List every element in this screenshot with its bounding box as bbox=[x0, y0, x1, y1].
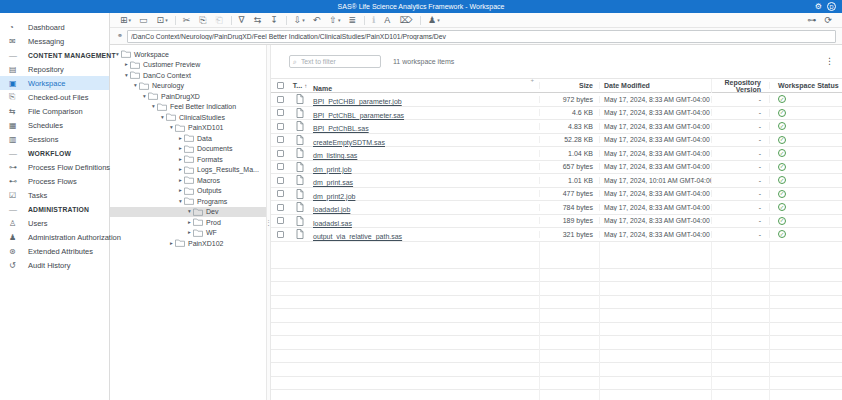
tree-expand-arrow-icon[interactable]: ▾ bbox=[132, 83, 139, 89]
row-checkbox[interactable] bbox=[277, 109, 284, 116]
tree-item-programs[interactable]: ▾ Programs bbox=[110, 196, 266, 207]
tree-item-clinicalstudies[interactable]: ▾ ClinicalStudies bbox=[110, 112, 266, 123]
filter-button[interactable]: ∇ bbox=[236, 15, 249, 26]
tree-expand-arrow-icon[interactable]: ▸ bbox=[168, 241, 175, 247]
tree-item-dev[interactable]: ▾ Dev bbox=[110, 207, 266, 218]
row-checkbox[interactable] bbox=[277, 204, 284, 211]
tree-expand-arrow-icon[interactable]: ▾ bbox=[141, 94, 148, 100]
column-type[interactable]: T...↑ bbox=[289, 82, 311, 89]
settings-gear-icon[interactable]: ⚙ bbox=[815, 3, 822, 11]
user-avatar[interactable]: D bbox=[827, 2, 836, 11]
row-checkbox[interactable] bbox=[277, 136, 284, 143]
row-checkbox[interactable] bbox=[277, 217, 284, 224]
tree-expand-arrow-icon[interactable]: ▸ bbox=[123, 62, 130, 68]
checkout-menu-button[interactable]: ⇩▾ bbox=[291, 15, 308, 26]
tree-expand-arrow-icon[interactable]: ▾ bbox=[123, 73, 130, 79]
tree-expand-arrow-icon[interactable]: ▾ bbox=[150, 104, 157, 110]
status-check-icon: ✓ bbox=[778, 230, 786, 238]
path-input[interactable] bbox=[127, 30, 836, 43]
tree-item-formats[interactable]: ▸ Formats bbox=[110, 154, 266, 165]
column-date-modified[interactable]: Date Modified bbox=[599, 82, 711, 89]
tree-item-feel-better-indication[interactable]: ▾ Feel Better Indication bbox=[110, 102, 266, 113]
tree-item-outputs[interactable]: ▸ Outputs bbox=[110, 186, 266, 197]
new-folder-button[interactable]: ▭ bbox=[136, 15, 152, 26]
version-history-button[interactable]: ≣ bbox=[345, 15, 360, 26]
tree-expand-arrow-icon[interactable]: ▸ bbox=[177, 146, 184, 152]
row-checkbox[interactable] bbox=[277, 163, 284, 170]
new-item-menu-button[interactable]: ⊞▾ bbox=[117, 15, 134, 26]
refresh-view-button[interactable]: ⟳ bbox=[821, 15, 835, 26]
tree-item-paindrugxd[interactable]: ▾ PainDrugXD bbox=[110, 91, 266, 102]
tree-item-prod[interactable]: ▸ Prod bbox=[110, 217, 266, 228]
sidebar-item-tasks[interactable]: ☑ Tasks bbox=[0, 188, 109, 202]
tree-expand-arrow-icon[interactable]: ▸ bbox=[177, 188, 184, 194]
tree-expand-arrow-icon[interactable]: ▾ bbox=[159, 115, 166, 121]
undo-checkout-button[interactable]: ↶ bbox=[310, 15, 325, 26]
sidebar-item-users[interactable]: ♙ Users bbox=[0, 216, 109, 230]
tree-expand-arrow-icon[interactable]: ▸ bbox=[186, 220, 193, 226]
select-all-checkbox[interactable] bbox=[277, 82, 284, 89]
folder-icon bbox=[148, 92, 158, 100]
column-size[interactable]: Size bbox=[539, 82, 599, 89]
tree-expand-arrow-icon[interactable]: ▾ bbox=[177, 199, 184, 205]
copy-button[interactable]: ⎘ bbox=[196, 15, 210, 26]
row-checkbox[interactable] bbox=[277, 123, 284, 130]
delete-button[interactable]: ⌦ bbox=[396, 15, 416, 26]
sidebar-item-workspace[interactable]: ▣ Workspace bbox=[0, 76, 109, 90]
new-view-menu-button[interactable]: ⊡▾ bbox=[154, 15, 171, 26]
tree-expand-arrow-icon[interactable]: ▸ bbox=[177, 136, 184, 142]
output_via_relative_path.sas[interactable]: output_via_relative_path.sas 321 bytes M… bbox=[271, 228, 842, 242]
rename-button[interactable]: A bbox=[381, 15, 394, 26]
tree-item-documents[interactable]: ▸ Documents bbox=[110, 144, 266, 155]
tree-expand-arrow-icon[interactable]: ▾ bbox=[168, 125, 175, 131]
checkin-menu-button[interactable]: ⇧▾ bbox=[326, 15, 343, 26]
tree-expand-arrow-icon[interactable]: ▸ bbox=[177, 167, 184, 173]
column-repository-version[interactable]: Repository Version bbox=[711, 79, 769, 93]
sidebar-item-icon: — bbox=[9, 205, 28, 214]
tree-expand-arrow-icon[interactable]: ▸ bbox=[186, 230, 193, 236]
tree-item-macros[interactable]: ▸ Macros bbox=[110, 175, 266, 186]
linked-view-button[interactable]: ⊶ bbox=[804, 15, 819, 26]
sidebar-item-checked-out-files[interactable]: ⎘ Checked-out Files bbox=[0, 90, 109, 104]
sidebar-item-extended-attributes[interactable]: ⊛ Extended Attributes bbox=[0, 244, 109, 258]
tree-expand-arrow-icon[interactable]: ▸ bbox=[177, 178, 184, 184]
tree-item-neurology[interactable]: ▾ Neurology bbox=[110, 81, 266, 92]
sidebar-item-file-comparison[interactable]: ⇆ File Comparison bbox=[0, 104, 109, 118]
tree-item-painxd101[interactable]: ▾ PainXD101 bbox=[110, 123, 266, 134]
sidebar-item-messaging[interactable]: ✉ Messaging bbox=[0, 34, 109, 48]
sidebar-item-dashboard[interactable]: ◔ Dashboard bbox=[0, 20, 109, 34]
tree-item-danco-context[interactable]: ▾ DanCo Context bbox=[110, 70, 266, 81]
table-menu-button[interactable]: ⋮ bbox=[825, 57, 834, 66]
sidebar-item-repository[interactable]: ▤ Repository bbox=[0, 62, 109, 76]
tree-expand-arrow-icon[interactable]: ▸ bbox=[177, 157, 184, 163]
sidebar-item-sessions[interactable]: ▥ Sessions bbox=[0, 132, 109, 146]
sidebar-item-process-flows[interactable]: ⊷ Process Flows bbox=[0, 174, 109, 188]
row-checkbox[interactable] bbox=[277, 150, 284, 157]
sidebar-item-process-flow-definitions[interactable]: ⊶ Process Flow Definitions bbox=[0, 160, 109, 174]
sidebar-item-audit-history[interactable]: ↺ Audit History bbox=[0, 258, 109, 272]
file-date-modified: May 17, 2024, 10:01 AM GMT-04:00 bbox=[599, 177, 711, 184]
row-checkbox[interactable] bbox=[277, 96, 284, 103]
row-checkbox[interactable] bbox=[277, 231, 284, 238]
row-checkbox[interactable] bbox=[277, 190, 284, 197]
tree-item-label: PainXD101 bbox=[188, 124, 223, 131]
tree-item-logs-results[interactable]: ▸ Logs_Results_Ma... bbox=[110, 165, 266, 176]
run-menu-button[interactable]: ♟▾ bbox=[425, 15, 443, 26]
download-button[interactable]: ↧ bbox=[267, 15, 282, 26]
cut-button[interactable]: ✂ bbox=[180, 15, 195, 26]
properties-button[interactable]: ℹ bbox=[369, 15, 379, 26]
copy-to-button[interactable]: ⇆ bbox=[251, 15, 266, 26]
tree-item-painxd102[interactable]: ▸ PainXD102 bbox=[110, 238, 266, 249]
sidebar-item-schedules[interactable]: ▦ Schedules bbox=[0, 118, 109, 132]
paste-button[interactable]: ⎗ bbox=[212, 15, 226, 26]
tree-item-data[interactable]: ▸ Data bbox=[110, 133, 266, 144]
file-name-link[interactable]: output_via_relative_path.sas bbox=[313, 233, 402, 240]
tree-expand-arrow-icon[interactable]: ▾ bbox=[186, 209, 193, 215]
tree-item-workspace[interactable]: ▾ Workspace bbox=[110, 49, 266, 60]
filter-input[interactable] bbox=[299, 57, 380, 66]
row-checkbox[interactable] bbox=[277, 177, 284, 184]
tree-item-customer-preview[interactable]: ▸ Customer Preview bbox=[110, 60, 266, 71]
column-workspace-status[interactable]: Workspace Status bbox=[769, 82, 842, 89]
tree-item-wf[interactable]: ▸ WF bbox=[110, 228, 266, 239]
sidebar-item-administration-authorization[interactable]: ♟ Administration Authorization bbox=[0, 230, 109, 244]
